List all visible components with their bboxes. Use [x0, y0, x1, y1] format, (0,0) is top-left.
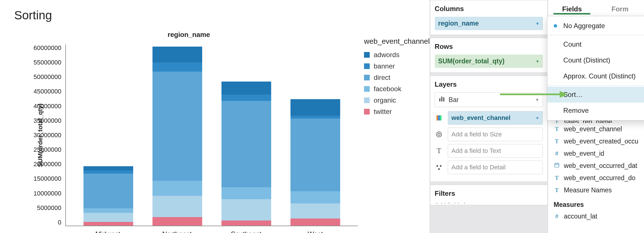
y-tick: 10000000 — [34, 190, 61, 197]
layers-heading: Layers — [435, 80, 543, 88]
text-type-icon: T — [554, 138, 560, 145]
ctx-item[interactable]: Remove — [547, 103, 644, 118]
bar-segment — [290, 219, 340, 226]
filters-placeholder[interactable]: Add fields here — [435, 201, 543, 204]
field-label: web_event_channel — [564, 125, 622, 133]
layers-panel: Layers Bar ▼ web_event_channel ▼ — [430, 76, 548, 182]
field-item[interactable]: #web_event_id — [548, 147, 644, 160]
bar-segment — [152, 217, 202, 226]
x-tick: Southeast — [221, 230, 271, 233]
bar-segment — [221, 187, 271, 199]
ctx-item[interactable]: Count — [547, 36, 644, 52]
date-type-icon — [554, 162, 560, 169]
field-item[interactable]: web_event_occurred_dat — [548, 160, 644, 172]
bar-segment — [83, 174, 133, 209]
field-label: web_event_created_occu — [564, 138, 638, 145]
field-item[interactable]: Tsales_rep_name — [548, 121, 644, 123]
bar-segment — [221, 82, 271, 95]
bar-segment — [290, 99, 340, 116]
legend-swatch — [364, 109, 370, 115]
x-tick: Midwest — [83, 230, 133, 233]
legend-item[interactable]: banner — [364, 62, 430, 70]
measure-label: account_lat — [564, 213, 597, 220]
x-tick: Northeast — [152, 230, 202, 233]
svg-point-9 — [440, 165, 442, 167]
legend-label: direct — [374, 74, 390, 82]
bar[interactable] — [152, 47, 202, 226]
legend-label: twitter — [374, 108, 392, 116]
bar-segment — [83, 222, 133, 226]
svg-rect-4 — [438, 115, 440, 120]
bar-segment — [221, 101, 271, 187]
legend-title: web_event_channel — [364, 37, 430, 46]
legend-item[interactable]: organic — [364, 96, 430, 104]
ctx-item[interactable]: Sort… — [547, 87, 644, 103]
y-tick: 45000000 — [34, 88, 61, 95]
text-type-icon: T — [554, 187, 560, 194]
ctx-item-label: Count (Distinct) — [563, 56, 610, 64]
filters-heading: Filters — [435, 190, 543, 197]
ctx-item[interactable]: No Aggregate — [547, 18, 644, 34]
text-type-icon: T — [554, 121, 560, 123]
caret-down-icon: ▼ — [536, 21, 540, 26]
y-tick: 55000000 — [34, 59, 61, 66]
y-tick: 5000000 — [37, 204, 61, 212]
rows-pill-label: SUM(order_total_qty) — [438, 57, 505, 65]
legend-item[interactable]: adwords — [364, 51, 430, 59]
bar[interactable] — [221, 82, 271, 226]
chart-type-select[interactable]: Bar ▼ — [435, 92, 543, 107]
x-tick: West — [290, 230, 340, 233]
legend-swatch — [364, 63, 370, 69]
aggregate-context-menu: No AggregateCountCount (Distinct)Approx.… — [547, 16, 644, 120]
legend-item[interactable]: facebook — [364, 85, 430, 93]
field-label: web_event_occurred_dat — [564, 162, 637, 170]
bar[interactable] — [290, 99, 340, 226]
svg-rect-1 — [441, 97, 442, 101]
svg-rect-5 — [440, 115, 442, 120]
color-shelf-field[interactable]: web_event_channel ▼ — [448, 111, 543, 125]
size-shelf-input[interactable]: Add a field to Size — [448, 128, 543, 141]
bar-segment — [152, 181, 202, 196]
bar-segment — [152, 72, 202, 181]
measure-item[interactable]: #account_lat — [548, 210, 644, 222]
text-shelf-input[interactable]: Add a field to Text — [448, 144, 543, 158]
columns-pill-label: region_name — [438, 20, 479, 27]
page-title: Sorting — [14, 9, 421, 22]
y-tick: 60000000 — [34, 44, 61, 52]
bar-segment — [221, 199, 271, 220]
chart-area: SUM(order_total_qty) 6000000055000000500… — [14, 44, 421, 226]
filters-panel: Filters Add fields here — [430, 185, 548, 205]
plot-area — [65, 44, 358, 226]
detail-shelf-input[interactable]: Add a field to Detail — [448, 161, 543, 174]
rows-pill[interactable]: SUM(order_total_qty) ▼ — [435, 55, 543, 68]
field-label: web_event_occurred_do — [564, 174, 635, 182]
bar-segment — [83, 208, 133, 213]
y-tick: 15000000 — [34, 175, 61, 182]
bar-segment — [290, 116, 340, 119]
legend-swatch — [364, 97, 370, 103]
ctx-item[interactable]: Approx. Count (Distinct) — [547, 68, 644, 84]
field-item[interactable]: Tweb_event_channel — [548, 123, 644, 135]
columns-pill[interactable]: region_name ▼ — [435, 17, 543, 30]
text-shelf-icon: T — [435, 147, 443, 155]
ctx-item[interactable]: Count (Distinct) — [547, 52, 644, 68]
svg-point-6 — [436, 132, 442, 137]
fields-column: Fields Form No AggregateCountCount (Dist… — [548, 0, 644, 233]
svg-rect-2 — [443, 97, 444, 101]
y-axis-label: SUM(order_total_qty) — [37, 103, 44, 167]
bar[interactable] — [83, 166, 133, 226]
number-type-icon: # — [554, 213, 560, 220]
legend-item[interactable]: twitter — [364, 108, 430, 116]
bar-segment — [221, 95, 271, 101]
legend-item[interactable]: direct — [364, 74, 430, 82]
legend-swatch — [364, 75, 370, 80]
field-item[interactable]: TMeasure Names — [548, 184, 644, 196]
bar-segment — [290, 191, 340, 203]
field-item[interactable]: Tweb_event_created_occu — [548, 135, 644, 147]
field-item[interactable]: Tweb_event_occurred_do — [548, 172, 644, 184]
bar-segment — [152, 196, 202, 217]
svg-rect-0 — [439, 98, 440, 101]
chart-type-label: Bar — [449, 96, 459, 104]
svg-rect-11 — [555, 163, 559, 167]
bar-segment — [152, 63, 202, 72]
